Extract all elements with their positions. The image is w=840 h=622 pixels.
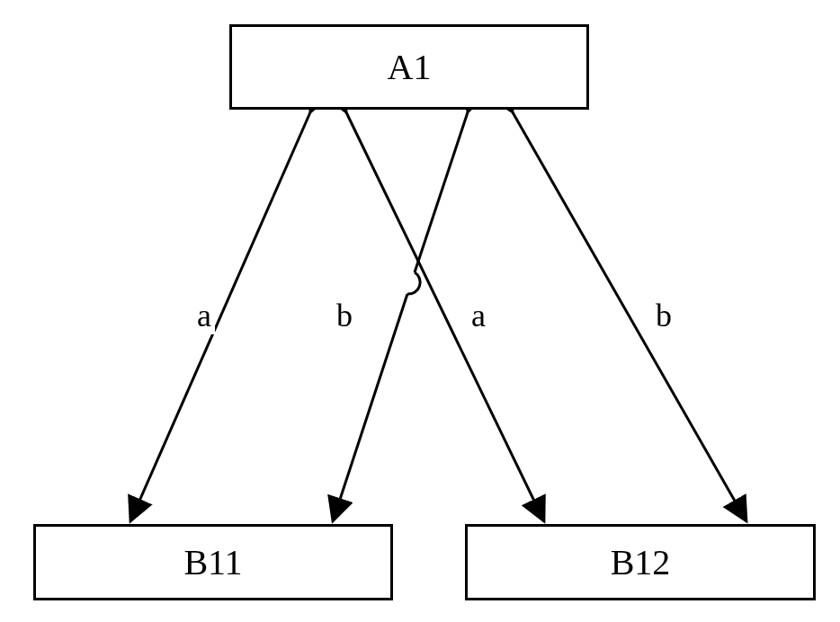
edge-label-b1: b xyxy=(333,297,356,334)
svg-line-2 xyxy=(415,112,468,272)
svg-line-4 xyxy=(346,112,544,521)
node-a1-label: A1 xyxy=(388,46,432,88)
edge-label-a1: a xyxy=(193,297,215,334)
edge-label-a2: a xyxy=(468,297,489,334)
svg-line-1 xyxy=(130,112,310,521)
svg-line-5 xyxy=(513,112,746,521)
node-b11: B11 xyxy=(33,524,393,600)
node-b11-label: B11 xyxy=(183,541,242,583)
edge-label-b2: b xyxy=(652,297,675,334)
node-b12-label: B12 xyxy=(611,541,671,583)
node-b12: B12 xyxy=(465,524,816,600)
node-a1: A1 xyxy=(229,24,589,110)
